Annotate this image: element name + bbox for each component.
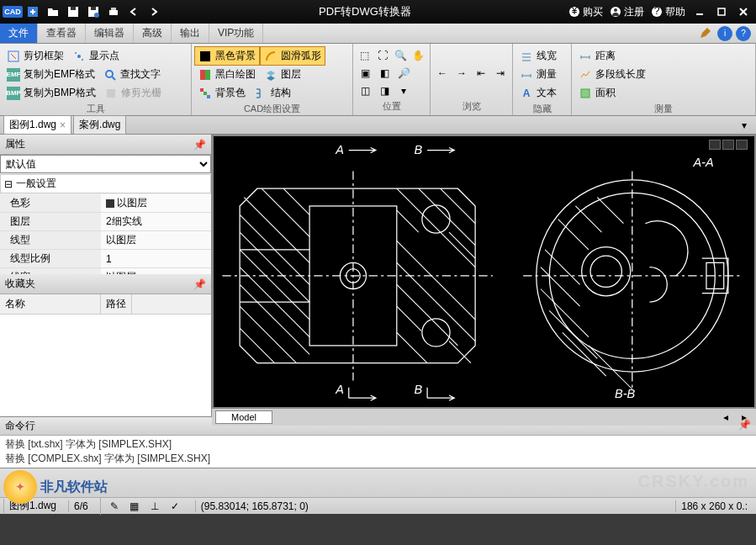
zoom-window-icon[interactable]: ⬚ (357, 47, 373, 64)
buy-link[interactable]: ¥购买 (568, 5, 603, 19)
grid-icon[interactable]: ▦ (126, 498, 143, 515)
menu-bar: 文件 查看器 编辑器 高级 输出 VIP功能 i ? (0, 24, 756, 44)
bw-draw-button[interactable]: 黑白绘图 (195, 66, 259, 83)
canvas-restore-icon[interactable] (722, 140, 734, 150)
menu-tab-vip[interactable]: VIP功能 (209, 24, 263, 43)
zoom-extents-icon[interactable]: ⛶ (375, 47, 391, 64)
canvas-close-icon[interactable] (736, 140, 748, 150)
zoom-out-icon[interactable]: 🔎 (395, 65, 412, 82)
svg-line-64 (541, 267, 580, 307)
svg-point-17 (75, 52, 77, 54)
svg-rect-23 (205, 70, 210, 80)
app-logo-icon: CAD (3, 3, 22, 21)
trim-raster-button[interactable]: 修剪光栅 (101, 84, 165, 102)
menu-tab-output[interactable]: 输出 (172, 24, 209, 43)
help-icon[interactable]: ? (736, 26, 751, 41)
help-link[interactable]: ?帮助 (651, 5, 685, 19)
svg-point-18 (82, 59, 83, 61)
info-icon[interactable]: i (717, 26, 732, 41)
new-icon[interactable] (24, 3, 42, 21)
measure-hide-button[interactable]: 测量 (516, 66, 568, 83)
tab-scroll-left-icon[interactable]: ◂ (717, 409, 734, 426)
svg-line-49 (397, 241, 475, 319)
ortho-icon[interactable]: ⊥ (146, 498, 163, 515)
general-settings-section[interactable]: ⊟一般设置 (0, 174, 211, 193)
register-link[interactable]: 注册 (610, 5, 644, 19)
svg-line-40 (240, 284, 309, 354)
prev-icon[interactable]: ← (434, 65, 451, 82)
find-text-button[interactable]: 查找文字 (100, 66, 164, 83)
layer-button[interactable]: 图层 (261, 66, 304, 83)
canvas-minimize-icon[interactable] (709, 140, 721, 150)
doc-tab[interactable]: 案例.dwg (73, 115, 126, 135)
doc-tab-close-icon[interactable]: × (60, 119, 66, 131)
svg-text:B: B (415, 383, 423, 396)
model-tab[interactable]: Model (215, 410, 272, 424)
prop-row-layer[interactable]: 图层2细实线 (0, 213, 211, 231)
pan-icon[interactable]: ✋ (411, 47, 427, 64)
close-button[interactable] (736, 4, 751, 19)
save-icon[interactable] (64, 3, 82, 21)
polyline-len-button[interactable]: 多段线长度 (575, 66, 752, 83)
copy-bmp-button[interactable]: BMP复制为BMP格式 (3, 84, 99, 102)
pin-icon[interactable]: 📌 (738, 419, 751, 433)
menu-tab-advanced[interactable]: 高级 (134, 24, 172, 43)
maximize-button[interactable] (714, 4, 729, 19)
fav-col-path-header[interactable]: 路径 (101, 294, 132, 314)
svg-line-37 (240, 232, 309, 302)
zoom-in-icon[interactable]: 🔍 (393, 47, 409, 64)
undo-icon[interactable] (124, 3, 143, 21)
default-value-select[interactable]: 默认值 (0, 155, 211, 173)
watermark-url: CRSKY.com (638, 472, 749, 491)
status-coords: (95.83014; 165.8731; 0) (195, 500, 314, 512)
snap-icon[interactable]: ✎ (106, 498, 123, 515)
distance-button[interactable]: 距离 (575, 47, 752, 65)
next-icon[interactable]: → (453, 65, 470, 82)
svg-line-67 (563, 332, 606, 376)
print-icon[interactable] (104, 3, 123, 21)
svg-text:?: ? (654, 6, 660, 17)
copy-emf-button[interactable]: EMF复制为EMF格式 (3, 66, 98, 83)
show-points-button[interactable]: 显示点 (69, 47, 123, 65)
view-3d-icon[interactable]: ◨ (376, 82, 393, 99)
tabs-dropdown-icon[interactable]: ▾ (736, 117, 753, 134)
doc-tab[interactable]: 图例1.dwg× (3, 115, 71, 135)
black-bg-button[interactable]: 黑色背景 (195, 47, 259, 65)
prop-row-color[interactable]: 色彩以图层 (0, 194, 211, 213)
menu-tab-editor[interactable]: 编辑器 (86, 24, 134, 43)
menu-tab-viewer[interactable]: 查看器 (38, 24, 86, 43)
watermark-logo-icon: ✦ (3, 470, 37, 504)
zoom-dropdown-icon[interactable]: ▾ (395, 82, 412, 99)
ribbon-group-hide-title: 隐藏 (516, 102, 568, 116)
structure-button[interactable]: 结构 (251, 84, 294, 102)
svg-text:¥: ¥ (571, 6, 578, 17)
pin-icon[interactable]: 📌 (193, 278, 206, 290)
first-icon[interactable]: ⇤ (473, 65, 489, 82)
zoom-all-icon[interactable]: ◧ (376, 65, 393, 82)
pencil-icon[interactable] (695, 24, 714, 43)
redo-icon[interactable] (145, 3, 163, 21)
bg-color-button[interactable]: 背景色 (195, 84, 249, 102)
linewidth-button[interactable]: 线宽 (516, 47, 568, 65)
clip-frame-button[interactable]: 剪切框架 (3, 47, 67, 65)
save-as-icon[interactable] (84, 3, 103, 21)
fav-col-name-header[interactable]: 名称 (0, 294, 101, 314)
menu-tab-file[interactable]: 文件 (0, 24, 38, 43)
area-button[interactable]: 面积 (575, 84, 752, 102)
prop-row-linetype[interactable]: 线型以图层 (0, 231, 211, 250)
svg-line-38 (240, 250, 309, 320)
prop-row-ltscale[interactable]: 线型比例1 (0, 250, 211, 268)
last-icon[interactable]: ⇥ (492, 65, 509, 82)
svg-line-56 (441, 188, 475, 223)
minimize-button[interactable] (692, 4, 707, 19)
smooth-arc-button[interactable]: 圆滑弧形 (261, 47, 325, 65)
pin-icon[interactable]: 📌 (193, 139, 206, 151)
text-hide-button[interactable]: A文本 (516, 84, 568, 102)
osnap-icon[interactable]: ✓ (167, 498, 183, 515)
open-icon[interactable] (44, 3, 62, 21)
zoom-fit-icon[interactable]: ▣ (357, 65, 373, 82)
collapse-icon[interactable]: ⊟ (4, 178, 13, 190)
drawing-canvas[interactable]: A B A-A (214, 136, 754, 407)
view-top-icon[interactable]: ◫ (357, 82, 373, 99)
prop-row-lineweight[interactable]: 线宽以图层 (0, 268, 211, 274)
